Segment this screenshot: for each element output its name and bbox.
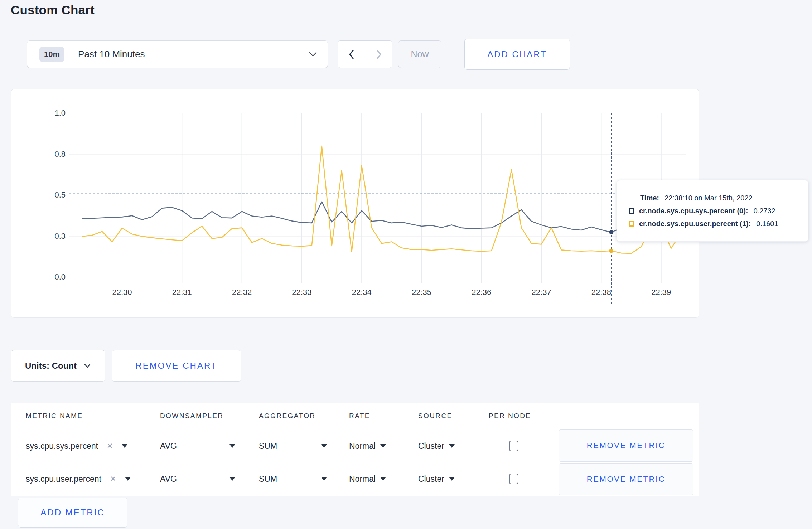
tooltip-series-name: cr.node.sys.cpu.user.percent (1): (639, 220, 751, 228)
remove-metric-button[interactable]: REMOVE METRIC (559, 429, 693, 462)
col-header-aggregator: AGGREGATOR (259, 412, 315, 420)
tooltip-series-row: cr.node.sys.cpu.user.percent (1): 0.1601 (629, 220, 796, 228)
metric-row: sys.cpu.user.percent ✕ AVG SUM Normal Cl… (11, 462, 699, 495)
remove-metric-label: REMOVE METRIC (587, 475, 666, 484)
downsampler-select[interactable]: AVG (160, 429, 235, 462)
tooltip-swatch-0 (629, 208, 634, 214)
units-select[interactable]: Units: Count (11, 350, 105, 382)
caret-down-icon (380, 444, 386, 448)
svg-text:0.8: 0.8 (54, 150, 66, 159)
chevron-left-icon (348, 49, 356, 60)
cpu-percent-line-chart[interactable]: 0.00.30.50.81.022:3022:3122:3222:3322:34… (11, 89, 699, 318)
add-chart-button[interactable]: ADD CHART (464, 39, 570, 70)
svg-text:22:34: 22:34 (352, 288, 372, 297)
chevron-right-icon (375, 49, 383, 60)
source-select[interactable]: Cluster (418, 429, 455, 462)
source-value: Cluster (418, 474, 444, 484)
svg-text:22:33: 22:33 (292, 288, 311, 297)
tooltip-series-value: 0.1601 (756, 220, 778, 228)
col-header-metric-name: METRIC NAME (26, 412, 83, 420)
clear-metric-icon[interactable]: ✕ (110, 475, 116, 483)
svg-text:22:31: 22:31 (172, 288, 192, 297)
chevron-down-icon (308, 51, 318, 58)
metric-row: sys.cpu.sys.percent ✕ AVG SUM Normal Clu… (11, 429, 699, 462)
svg-text:22:32: 22:32 (232, 288, 252, 297)
aggregator-value: SUM (259, 441, 277, 451)
svg-text:22:35: 22:35 (412, 288, 431, 297)
source-select[interactable]: Cluster (418, 462, 455, 495)
metric-name-select[interactable]: sys.cpu.user.percent ✕ (26, 462, 131, 495)
remove-chart-label: REMOVE CHART (136, 361, 218, 371)
col-header-per-node: PER NODE (489, 412, 531, 420)
caret-down-icon (321, 477, 327, 481)
svg-text:0.5: 0.5 (54, 190, 66, 199)
downsampler-value: AVG (160, 474, 177, 484)
aggregator-value: SUM (259, 474, 277, 484)
caret-down-icon (321, 444, 327, 448)
svg-text:0.3: 0.3 (54, 232, 66, 241)
downsampler-select[interactable]: AVG (160, 462, 235, 495)
chart-tooltip: Time: 22:38:10 on Mar 15th, 2022 cr.node… (617, 180, 808, 242)
next-interval-button[interactable] (365, 41, 392, 68)
tooltip-series-row: cr.node.sys.cpu.sys.percent (0): 0.2732 (629, 207, 796, 215)
tooltip-swatch-1 (629, 221, 634, 227)
time-pager (338, 40, 392, 68)
per-node-checkbox[interactable] (509, 474, 518, 484)
rate-select[interactable]: Normal (349, 462, 386, 495)
col-header-source: SOURCE (418, 412, 453, 420)
tooltip-time-value: 22:38:10 on Mar 15th, 2022 (664, 194, 753, 202)
svg-text:22:36: 22:36 (472, 288, 491, 297)
per-node-checkbox[interactable] (509, 441, 518, 451)
metrics-table: METRIC NAME DOWNSAMPLER AGGREGATOR RATE … (11, 403, 699, 496)
tooltip-series-name: cr.node.sys.cpu.sys.percent (0): (639, 207, 748, 215)
tooltip-time-row: Time: 22:38:10 on Mar 15th, 2022 (640, 194, 796, 202)
col-header-downsampler: DOWNSAMPLER (160, 412, 223, 420)
toolbar-left-divider (6, 40, 6, 68)
custom-chart-page: { "page": { "title": "Custom Chart" }, "… (0, 0, 812, 529)
col-header-rate: RATE (349, 412, 370, 420)
metrics-table-header: METRIC NAME DOWNSAMPLER AGGREGATOR RATE … (11, 403, 699, 429)
source-value: Cluster (418, 441, 444, 451)
svg-text:0.0: 0.0 (54, 272, 66, 281)
rate-value: Normal (349, 441, 376, 451)
caret-down-icon (125, 477, 131, 481)
add-metric-button[interactable]: ADD METRIC (18, 498, 127, 528)
remove-metric-label: REMOVE METRIC (587, 441, 666, 450)
clear-metric-icon[interactable]: ✕ (107, 442, 113, 450)
content-left-border (1, 34, 1, 529)
remove-chart-button[interactable]: REMOVE CHART (112, 350, 241, 382)
caret-down-icon (122, 444, 127, 448)
now-button[interactable]: Now (398, 40, 441, 68)
caret-down-icon (380, 477, 386, 481)
per-node-cell (509, 429, 518, 462)
svg-text:22:39: 22:39 (651, 288, 671, 297)
add-metric-label: ADD METRIC (40, 508, 105, 518)
caret-down-icon (229, 444, 235, 448)
page-title: Custom Chart (11, 3, 95, 17)
chart-card: 0.00.30.50.81.022:3022:3122:3222:3322:34… (11, 89, 699, 318)
metric-name-value: sys.cpu.user.percent (26, 474, 101, 484)
aggregator-select[interactable]: SUM (259, 462, 327, 495)
rate-value: Normal (349, 474, 376, 484)
remove-metric-button[interactable]: REMOVE METRIC (559, 463, 693, 495)
svg-text:1.0: 1.0 (54, 108, 66, 117)
metric-name-select[interactable]: sys.cpu.sys.percent ✕ (26, 429, 127, 462)
caret-down-icon (449, 444, 455, 448)
now-button-label: Now (411, 49, 429, 59)
time-range-badge: 10m (39, 47, 64, 62)
metric-name-value: sys.cpu.sys.percent (26, 441, 98, 451)
time-range-select[interactable]: 10m Past 10 Minutes (27, 40, 328, 68)
rate-select[interactable]: Normal (349, 429, 386, 462)
tooltip-series-value: 0.2732 (754, 207, 775, 215)
prev-interval-button[interactable] (338, 41, 365, 68)
aggregator-select[interactable]: SUM (259, 429, 327, 462)
per-node-cell (509, 462, 518, 495)
caret-down-icon (449, 477, 455, 481)
add-chart-label: ADD CHART (487, 49, 547, 59)
time-range-label: Past 10 Minutes (78, 49, 145, 60)
chevron-down-icon (84, 363, 91, 368)
units-select-label: Units: Count (25, 361, 77, 371)
tooltip-time-label: Time: (640, 194, 659, 202)
svg-text:22:38: 22:38 (591, 288, 611, 297)
caret-down-icon (229, 477, 235, 481)
